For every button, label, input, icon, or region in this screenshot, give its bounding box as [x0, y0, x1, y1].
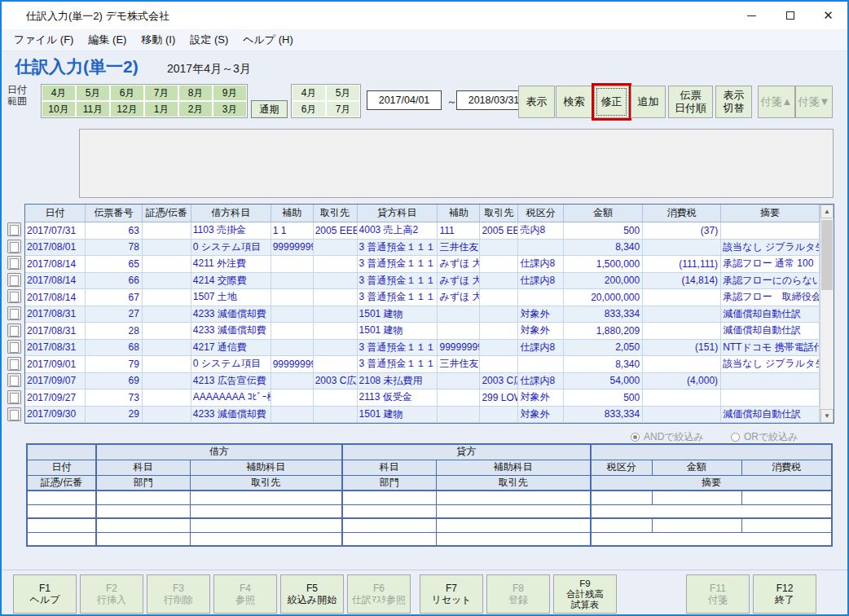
month-button[interactable]: 1月 — [144, 101, 178, 117]
journal-row-note-icon[interactable] — [7, 222, 21, 236]
filter-input-cell[interactable] — [741, 491, 832, 504]
fkey-f9-button[interactable]: F9 合計残高 試算表 — [553, 574, 617, 614]
journal-row[interactable]: 2017/08/01780 システム項目999999993 普通預金１１１三井住… — [25, 240, 820, 257]
toolbar-button-4[interactable]: 伝票 日付順 — [668, 86, 713, 118]
menu-item-0[interactable]: ファイル (F) — [7, 29, 81, 51]
filter-input-cell[interactable] — [591, 532, 832, 546]
filter-input-cell[interactable] — [27, 504, 96, 518]
date-from-input[interactable]: 2017/04/01 — [367, 90, 442, 110]
fkey-f3-button[interactable]: F3 行削除 — [147, 574, 210, 614]
journal-row[interactable]: 2017/08/31684217 通信費3 普通預金１１１99999999仕課内… — [25, 340, 820, 357]
journal-row[interactable]: 2017/09/30294233 減価償却費1501 建物対象外833,334減… — [25, 407, 820, 424]
toolbar-button-7[interactable]: 付箋▼ — [795, 86, 833, 118]
menu-item-3[interactable]: 設定 (S) — [183, 29, 235, 51]
filter-input-cell[interactable] — [96, 518, 190, 532]
journal-row-note-icon[interactable] — [7, 240, 21, 253]
journal-row[interactable]: 2017/08/14654211 外注費3 普通預金１１１みずほ 大仕課内81,… — [25, 256, 820, 273]
filter-input-cell[interactable] — [96, 532, 190, 546]
filter-input-cell[interactable] — [652, 491, 741, 504]
fkey-f12-button[interactable]: F12 終了 — [753, 574, 816, 614]
vertical-scrollbar[interactable]: ▲ ▼ — [820, 205, 834, 423]
toolbar-button-2[interactable]: 修正 — [594, 86, 629, 118]
toolbar-button-1[interactable]: 検索 — [556, 86, 592, 118]
filter-input-cell[interactable] — [96, 504, 190, 518]
month-button[interactable]: 5月 — [76, 85, 110, 101]
full-period-button[interactable]: 通期 — [251, 100, 288, 118]
month-button[interactable]: 12月 — [110, 101, 144, 117]
menu-item-2[interactable]: 移動 (I) — [134, 29, 183, 51]
filter-input-cell[interactable] — [342, 518, 436, 532]
journal-row[interactable]: 2017/09/07694213 広告宣伝費2003 C広2108 未払費用20… — [25, 373, 820, 390]
month-button[interactable]: 6月 — [292, 101, 326, 117]
month-button[interactable]: 7月 — [326, 101, 360, 117]
filter-input-cell[interactable] — [27, 518, 96, 532]
filter-input-cell[interactable] — [436, 532, 591, 546]
filter-input-cell[interactable] — [342, 504, 436, 518]
month-button[interactable]: 11月 — [76, 101, 110, 117]
menu-item-1[interactable]: 編集 (E) — [81, 29, 134, 51]
filter-input-cell[interactable] — [591, 491, 652, 504]
journal-row-note-icon[interactable] — [7, 306, 21, 320]
filter-input-cell[interactable] — [27, 491, 96, 504]
menu-item-4[interactable]: ヘルプ (H) — [235, 29, 301, 51]
close-button[interactable]: ✕ — [809, 2, 847, 29]
filter-input-cell[interactable] — [190, 504, 342, 518]
fkey-f8-button[interactable]: F8 登録 — [486, 574, 550, 614]
fkey-f1-button[interactable]: F1 ヘルプ — [13, 574, 77, 614]
journal-row[interactable]: 2017/08/31274233 減価償却費1501 建物対象外833,334減… — [25, 306, 820, 323]
month-button[interactable]: 3月 — [213, 101, 247, 117]
journal-row[interactable]: 2017/09/2773AAAAAAAA ｺﾋﾟｰ機2113 仮受金299 LO… — [25, 389, 820, 407]
month-button[interactable]: 2月 — [178, 101, 213, 117]
toolbar-button-3[interactable]: 追加 — [631, 86, 666, 118]
journal-row-note-icon[interactable] — [7, 256, 21, 270]
filter-input-cell[interactable] — [342, 532, 436, 546]
filter-input-cell[interactable] — [591, 518, 652, 532]
toolbar-button-5[interactable]: 表示 切替 — [715, 86, 752, 118]
filter-input-cell[interactable] — [342, 491, 436, 504]
journal-row-note-icon[interactable] — [7, 323, 21, 337]
journal-row[interactable]: 2017/08/14671507 土地3 普通預金１１１みずほ 大20,000,… — [25, 289, 820, 306]
fkey-f7-button[interactable]: F7 リセット — [420, 574, 483, 614]
month-button[interactable]: 8月 — [178, 85, 213, 101]
month-button[interactable]: 10月 — [42, 101, 76, 117]
month-button[interactable]: 5月 — [326, 85, 360, 101]
filter-input-cell[interactable] — [96, 491, 190, 504]
minimize-button[interactable] — [732, 2, 771, 29]
journal-row[interactable]: 2017/08/31284233 減価償却費1501 建物対象外1,880,20… — [25, 323, 820, 340]
month-button[interactable]: 7月 — [144, 85, 178, 101]
fkey-f4-button[interactable]: F4 参照 — [213, 574, 277, 614]
filter-input-cell[interactable] — [190, 532, 342, 546]
filter-input-cell[interactable] — [190, 518, 342, 532]
toolbar-button-6[interactable]: 付箋▲ — [758, 86, 795, 118]
maximize-button[interactable] — [771, 2, 809, 29]
filter-input-cell[interactable] — [652, 518, 741, 532]
fkey-f5-button[interactable]: F5 絞込み開始 — [280, 574, 344, 614]
journal-row-note-icon[interactable] — [7, 289, 21, 303]
month-button[interactable]: 4月 — [42, 85, 76, 101]
scroll-down-button[interactable]: ▼ — [820, 409, 834, 423]
journal-row-note-icon[interactable] — [7, 407, 21, 421]
journal-row[interactable]: 2017/08/14664214 交際費3 普通預金１１１みずほ 大仕課内820… — [25, 273, 820, 290]
journal-row-note-icon[interactable] — [7, 273, 21, 287]
journal-row[interactable]: 2017/07/31631103 売掛金1 12005 EEE4003 売上高2… — [25, 222, 820, 240]
scrollbar-thumb[interactable] — [821, 220, 833, 290]
fkey-f6-button[interactable]: F6 仕訳ﾏｽﾀ参照 — [347, 574, 411, 614]
toolbar-button-0[interactable]: 表示 — [518, 86, 555, 118]
journal-row-note-icon[interactable] — [7, 390, 21, 404]
scroll-up-button[interactable]: ▲ — [820, 205, 834, 218]
filter-input-cell[interactable] — [190, 491, 342, 504]
filter-input-cell[interactable] — [741, 518, 832, 532]
month-button[interactable]: 9月 — [213, 85, 247, 101]
month-button[interactable]: 6月 — [110, 85, 144, 101]
fkey-f11-button[interactable]: F11 付箋 — [686, 574, 750, 614]
filter-input-cell[interactable] — [436, 491, 591, 504]
journal-row[interactable]: 2017/09/01790 システム項目999999993 普通預金１１１三井住… — [25, 356, 820, 373]
journal-row-note-icon[interactable] — [7, 373, 21, 387]
and-filter-radio[interactable]: ANDで絞込み — [631, 430, 704, 444]
journal-row-note-icon[interactable] — [7, 357, 21, 371]
fkey-f2-button[interactable]: F2 行挿入 — [80, 574, 143, 614]
filter-input-cell[interactable] — [436, 504, 591, 518]
journal-row-note-icon[interactable] — [7, 340, 21, 354]
or-filter-radio[interactable]: ORで絞込み — [731, 430, 798, 444]
filter-input-cell[interactable] — [591, 504, 832, 518]
